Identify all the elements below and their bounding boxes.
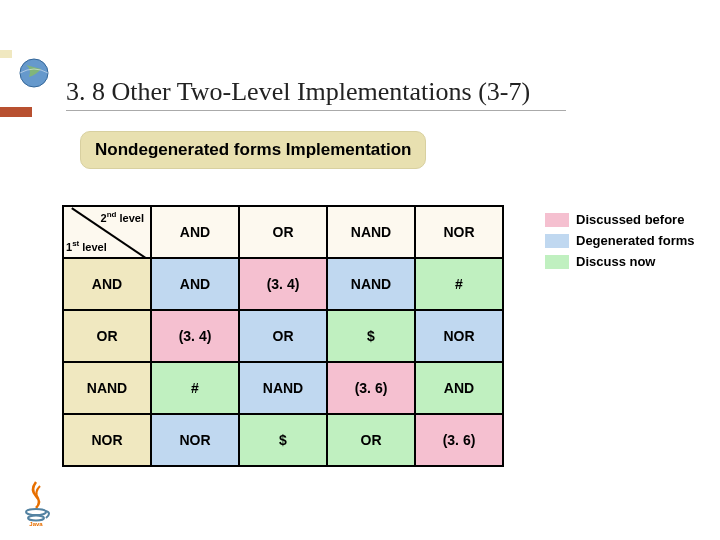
row-header: OR <box>63 310 151 362</box>
table-cell: NOR <box>151 414 239 466</box>
legend: Discussed before Degenerated forms Discu… <box>545 212 694 275</box>
table-cell: $ <box>327 310 415 362</box>
implementation-table: 2nd level 1st level AND OR NAND NOR AND … <box>62 205 504 467</box>
col-header: OR <box>239 206 327 258</box>
table-cell: OR <box>239 310 327 362</box>
table-cell: NOR <box>415 310 503 362</box>
svg-point-1 <box>26 509 46 515</box>
table-cell: NAND <box>239 362 327 414</box>
table-row: NAND # NAND (3. 6) AND <box>63 362 503 414</box>
table-cell: NAND <box>327 258 415 310</box>
table-row: OR (3. 4) OR $ NOR <box>63 310 503 362</box>
table-row: AND AND (3. 4) NAND # <box>63 258 503 310</box>
col-header: AND <box>151 206 239 258</box>
title-underline <box>66 110 566 111</box>
svg-text:Java: Java <box>29 521 43 526</box>
legend-swatch-green <box>545 255 569 269</box>
globe-icon <box>14 55 54 90</box>
table-cell: AND <box>151 258 239 310</box>
table-cell: $ <box>239 414 327 466</box>
decorative-strip-2 <box>0 107 32 117</box>
first-level-label: 1st level <box>66 239 107 253</box>
table-cell: (3. 4) <box>151 310 239 362</box>
legend-swatch-pink <box>545 213 569 227</box>
slide-title: 3. 8 Other Two-Level Implementations (3-… <box>66 77 530 107</box>
table-cell: AND <box>415 362 503 414</box>
table-cell: # <box>415 258 503 310</box>
legend-item: Discussed before <box>545 212 694 227</box>
table-cell: (3. 6) <box>327 362 415 414</box>
row-header: AND <box>63 258 151 310</box>
decorative-strip-1 <box>0 50 12 58</box>
table-cell: # <box>151 362 239 414</box>
legend-item: Degenerated forms <box>545 233 694 248</box>
table-corner-cell: 2nd level 1st level <box>63 206 151 258</box>
java-logo-icon: Java <box>18 478 54 526</box>
col-header: NAND <box>327 206 415 258</box>
section-banner: Nondegenerated forms Implementation <box>80 131 426 169</box>
legend-swatch-blue <box>545 234 569 248</box>
col-header: NOR <box>415 206 503 258</box>
svg-point-2 <box>28 516 44 521</box>
legend-item: Discuss now <box>545 254 694 269</box>
table-row: NOR NOR $ OR (3. 6) <box>63 414 503 466</box>
table-cell: (3. 6) <box>415 414 503 466</box>
second-level-label: 2nd level <box>101 210 144 224</box>
table-cell: OR <box>327 414 415 466</box>
row-header: NOR <box>63 414 151 466</box>
table-cell: (3. 4) <box>239 258 327 310</box>
row-header: NAND <box>63 362 151 414</box>
